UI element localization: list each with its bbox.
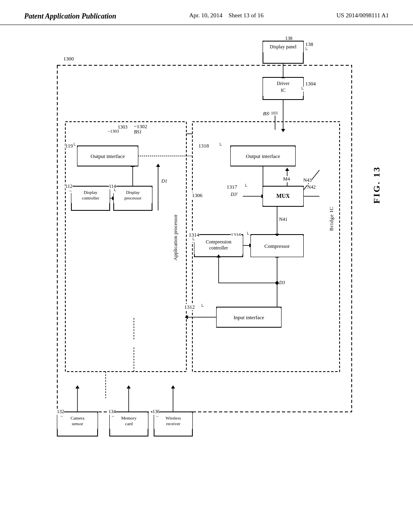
header-center: Apr. 10, 2014 Sheet 13 of 16 — [189, 12, 264, 19]
n43-label: N43 — [303, 177, 312, 183]
header-right: US 2014/0098111 A1 — [336, 12, 389, 19]
ref-1318: 1318 — [198, 143, 209, 149]
svg-marker-30 — [285, 168, 289, 171]
curly-112: ~ — [69, 188, 72, 193]
curly-114: └ — [113, 188, 116, 193]
bs-label: BS — [263, 110, 269, 117]
header-date: Apr. 10, 2014 — [189, 12, 223, 19]
display-controller-label: Displaycontroller — [71, 187, 110, 203]
curly-119: └ — [73, 143, 76, 148]
ref-138: 138 — [285, 35, 292, 42]
svg-marker-42 — [156, 164, 160, 167]
n41-label: N41 — [279, 216, 288, 222]
ref-103: \ 103 — [269, 110, 277, 115]
header-sheet: Sheet 13 of 16 — [229, 12, 264, 19]
mux-label: MUX — [263, 187, 303, 206]
wireless-receiver-label: Wirelessreceiver — [154, 413, 192, 429]
display-processor-label: Displayprocessor — [114, 187, 152, 203]
ref-1317: 1317 — [227, 184, 237, 190]
compression-controller-label: Compressioncontroller — [194, 236, 243, 254]
ref-119: 119 — [65, 143, 73, 149]
curly-138: └ — [305, 47, 308, 52]
display-panel-label: Display panel — [263, 42, 303, 52]
app-processor-label: Application processor — [172, 214, 179, 260]
curly-1314: └ — [192, 237, 195, 242]
svg-marker-40 — [185, 315, 188, 319]
curly-1312: └ — [200, 304, 204, 309]
ref-1300: 1300 — [63, 56, 74, 62]
bridge-ic-label: Bridge IC — [328, 206, 335, 231]
curly-136: ~ — [156, 414, 159, 418]
ref-1306: 1306 — [192, 192, 202, 199]
d3prime-label: D3' — [231, 191, 238, 197]
driver-ic-label: DriverIC — [263, 78, 303, 96]
header-title: Patent Application Publication — [24, 12, 116, 21]
curly-1303: ~1303 — [108, 129, 119, 133]
curly-1316: └ — [246, 232, 249, 237]
memory-card-label: Memorycard — [110, 413, 148, 429]
svg-marker-55 — [171, 385, 175, 389]
svg-marker-19 — [281, 129, 285, 132]
d1-label: D1 — [161, 178, 167, 184]
m4-label: M4 — [283, 176, 290, 182]
output-interface-right-label: Output interface — [231, 147, 295, 166]
curly-1318: └ — [219, 143, 222, 148]
d3-label: D3 — [279, 280, 285, 286]
output-interface-left-label: Output interface — [77, 147, 138, 166]
svg-marker-53 — [127, 385, 131, 389]
curly-134: ~ — [112, 414, 114, 418]
ref-1303: 1303 — [118, 124, 127, 130]
ref-1312: 1312 — [184, 304, 195, 310]
curly-1304: └ — [300, 87, 304, 91]
page-header: Patent Application Publication Apr. 10, … — [0, 0, 413, 25]
svg-marker-36 — [217, 254, 221, 258]
display-panel-box: 138 Display panel — [263, 42, 303, 52]
curly-132: ~ — [60, 414, 63, 418]
bs1-label: BS1 — [134, 129, 142, 135]
svg-point-33 — [275, 281, 279, 285]
compressor-label: Compressor — [251, 236, 303, 257]
input-interface-label: Input interface — [217, 308, 281, 327]
ref-138-label: 138 — [305, 41, 313, 48]
ref-1304-label: 1304 — [305, 81, 316, 87]
svg-marker-51 — [75, 385, 79, 389]
n42-label: N42 — [307, 184, 316, 190]
figure-label: FIG. 13 — [371, 166, 382, 204]
diagram-area: 1300 138 Display panel 138 └ DriverIC 13… — [25, 33, 388, 497]
camera-sensor-label: Camerasensor — [57, 413, 98, 429]
curly-1317: └ — [244, 184, 247, 189]
